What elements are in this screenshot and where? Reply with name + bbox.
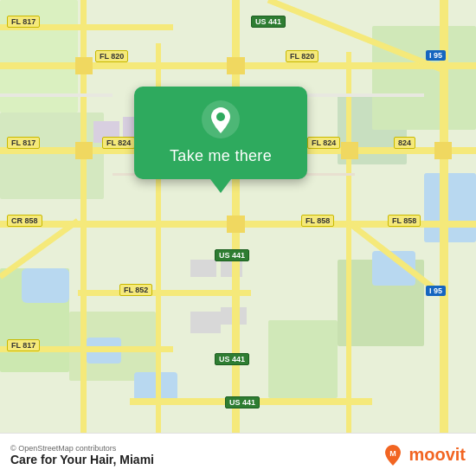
road-label-fl858-r: FL 858	[388, 215, 421, 227]
road-label-fl820-tr: FL 820	[286, 50, 318, 62]
road-label-i95-tr: I 95	[426, 50, 446, 61]
moovit-pin-icon: M	[381, 443, 405, 467]
road-label-fl817-ml: FL 817	[7, 137, 40, 149]
road-label-fl824-mr: FL 824	[307, 137, 340, 149]
road-label-fl824-ml: FL 824	[102, 137, 135, 149]
moovit-logo: M moovit	[381, 443, 466, 467]
svg-rect-9	[22, 268, 69, 303]
svg-rect-45	[341, 142, 358, 159]
svg-rect-4	[372, 26, 476, 130]
svg-rect-35	[0, 93, 113, 97]
popup-tail	[210, 179, 231, 193]
location-popup: Take me there	[134, 87, 307, 193]
svg-rect-24	[78, 290, 251, 296]
svg-rect-43	[75, 142, 93, 159]
svg-rect-28	[440, 0, 448, 433]
popup-box: Take me there	[134, 87, 307, 179]
svg-rect-46	[434, 142, 452, 159]
take-me-there-button[interactable]: Take me there	[170, 147, 272, 165]
road-label-824-mr: 824	[394, 137, 415, 149]
location-pin-icon	[202, 100, 240, 138]
svg-rect-13	[424, 173, 476, 242]
svg-rect-42	[75, 57, 93, 74]
road-label-i95-br: I 95	[426, 286, 446, 296]
svg-rect-39	[227, 57, 245, 74]
bottom-left-info: © OpenStreetMap contributors Care for Yo…	[10, 444, 154, 466]
svg-rect-16	[190, 260, 216, 277]
svg-rect-8	[268, 320, 338, 398]
road-label-fl817-bl: FL 817	[7, 339, 40, 351]
road-label-us441-m: US 441	[215, 249, 249, 261]
road-label-fl817-tl: FL 817	[7, 16, 40, 28]
svg-rect-31	[346, 52, 351, 433]
svg-rect-41	[227, 215, 245, 233]
svg-point-48	[216, 113, 225, 121]
moovit-text: moovit	[408, 445, 466, 465]
attribution-text: © OpenStreetMap contributors	[10, 444, 154, 453]
road-label-us441-bb: US 441	[225, 396, 260, 408]
road-label-fl820-tl: FL 820	[95, 50, 128, 62]
road-label-fl858-mr: FL 858	[301, 215, 334, 227]
map-container: FL 817 US 441 FL 820 FL 820 I 95 FL 817 …	[0, 0, 476, 433]
road-label-fl852-l: FL 852	[119, 284, 152, 296]
svg-text:M: M	[390, 449, 397, 458]
bottom-bar: © OpenStreetMap contributors Care for Yo…	[0, 433, 476, 476]
road-label-cr858-l: CR 858	[7, 215, 42, 227]
road-label-us441-bm: US 441	[215, 353, 249, 365]
location-title: Care for Your Hair, Miami	[10, 453, 154, 466]
svg-rect-18	[190, 312, 221, 333]
road-label-us441-t: US 441	[251, 16, 286, 28]
